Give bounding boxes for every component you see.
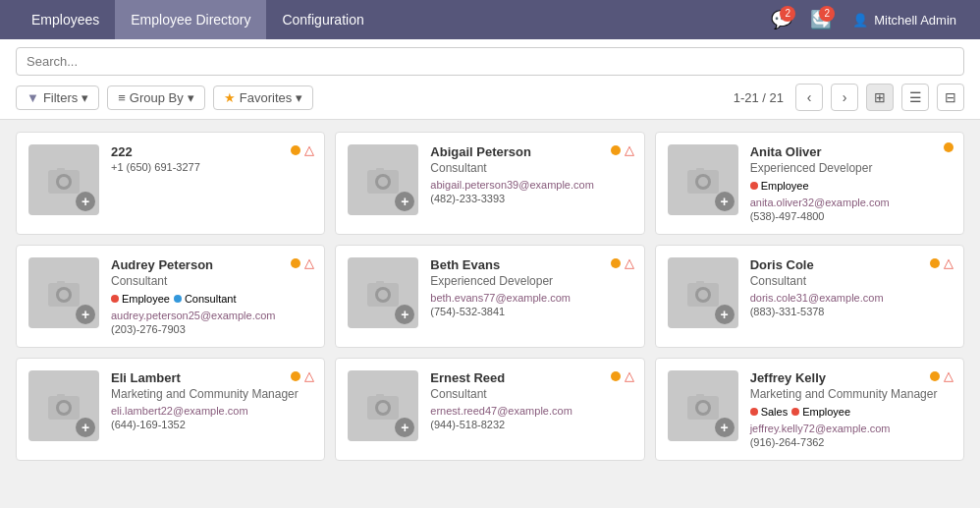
svg-rect-11	[696, 168, 704, 172]
employee-email[interactable]: abigail.peterson39@example.com	[430, 179, 631, 191]
employee-card[interactable]: △ + Beth EvansExperienced Developerbeth.…	[335, 245, 644, 348]
employee-card[interactable]: △ + 222+1 (650) 691-3277	[16, 132, 325, 235]
employee-avatar: +	[668, 370, 738, 441]
camera-icon	[44, 388, 83, 423]
employee-card[interactable]: △ + Abigail PetersonConsultantabigail.pe…	[335, 132, 644, 235]
employee-phone: (754)-532-3841	[430, 306, 631, 317]
camera-icon	[363, 275, 403, 310]
nav-right: 💬 2 🔄 2 👤 Mitchell Admin	[766, 4, 964, 35]
svg-point-30	[378, 403, 388, 413]
activity-badge-button[interactable]: 🔄 2	[805, 4, 837, 35]
card-body: Doris ColeConsultantdoris.cole31@example…	[750, 257, 952, 335]
nav-employee-directory[interactable]: Employee Directory	[115, 0, 266, 39]
avatar-add-button[interactable]: +	[76, 418, 95, 437]
chat-badge-button[interactable]: 💬 2	[766, 4, 797, 35]
camera-icon	[683, 275, 723, 310]
avatar-add-button[interactable]: +	[76, 305, 95, 324]
avatar-add-button[interactable]: +	[76, 192, 95, 211]
card-status-indicators: △	[930, 255, 953, 270]
filters-label: Filters	[43, 90, 78, 105]
camera-icon	[683, 388, 723, 423]
filters-arrow-icon: ▾	[82, 90, 88, 105]
svg-point-2	[59, 177, 69, 187]
card-status-indicators: △	[291, 142, 314, 157]
user-menu-button[interactable]: 👤 Mitchell Admin	[844, 4, 964, 35]
employee-avatar: +	[668, 257, 738, 328]
employee-card[interactable]: △ + Doris ColeConsultantdoris.cole31@exa…	[655, 245, 964, 348]
status-dot-orange	[611, 258, 621, 268]
view-list-button[interactable]: ☰	[901, 84, 929, 111]
avatar-add-button[interactable]: +	[395, 192, 414, 211]
employee-phone: (916)-264-7362	[750, 436, 952, 448]
employee-card[interactable]: △ + Jeffrey KellyMarketing and Community…	[655, 358, 964, 461]
avatar-add-button[interactable]: +	[395, 418, 414, 437]
favorites-label: Favorites	[240, 90, 292, 105]
employee-title: Marketing and Community Manager	[111, 387, 312, 401]
avatar-add-button[interactable]: +	[715, 192, 735, 211]
employee-phone: (883)-331-5378	[750, 306, 952, 317]
search-input[interactable]	[16, 47, 964, 76]
status-dot-orange	[291, 145, 300, 155]
svg-point-6	[378, 177, 388, 187]
employee-email[interactable]: ernest.reed47@example.com	[430, 405, 631, 417]
svg-point-22	[698, 290, 708, 300]
employee-name: Doris Cole	[750, 257, 952, 272]
svg-point-26	[59, 403, 69, 413]
avatar-add-button[interactable]: +	[715, 305, 735, 324]
employee-phone: (482)-233-3393	[430, 193, 631, 204]
employee-tags: EmployeeConsultant	[111, 292, 312, 306]
pagination-next-button[interactable]: ›	[831, 84, 858, 111]
employee-card[interactable]: △ + Ernest ReedConsultanternest.reed47@e…	[335, 358, 644, 461]
svg-rect-27	[57, 394, 65, 398]
employee-card[interactable]: + Anita OliverExperienced DeveloperEmplo…	[655, 132, 964, 235]
employee-avatar: +	[28, 257, 99, 328]
employee-email[interactable]: beth.evans77@example.com	[430, 292, 631, 304]
nav-employees[interactable]: Employees	[16, 0, 115, 39]
groupby-button[interactable]: ≡ Group By ▾	[107, 85, 205, 110]
tag-dot	[111, 295, 119, 303]
employee-phone: (203)-276-7903	[111, 323, 312, 335]
view-extra-button[interactable]: ⊟	[937, 84, 964, 111]
employee-email[interactable]: audrey.peterson25@example.com	[111, 310, 312, 321]
employee-card[interactable]: △ + Eli LambertMarketing and Community M…	[16, 358, 325, 461]
employee-avatar: +	[28, 370, 99, 441]
favorites-button[interactable]: ★ Favorites ▾	[213, 85, 313, 110]
employee-email[interactable]: eli.lambert22@example.com	[111, 405, 312, 417]
employee-email[interactable]: anita.oliver32@example.com	[750, 197, 952, 208]
top-navigation: Employees Employee Directory Configurati…	[0, 0, 980, 39]
tag-label: Employee	[761, 180, 809, 192]
nav-links: Employees Employee Directory Configurati…	[16, 0, 380, 39]
employee-email[interactable]: jeffrey.kelly72@example.com	[750, 423, 952, 434]
filters-button[interactable]: ▼ Filters ▾	[16, 85, 99, 110]
card-status-indicators: △	[930, 368, 953, 383]
employee-name: Jeffrey Kelly	[750, 370, 952, 385]
card-body: Abigail PetersonConsultantabigail.peters…	[430, 144, 631, 222]
employee-email[interactable]: doris.cole31@example.com	[750, 292, 952, 304]
employee-title: Consultant	[111, 274, 312, 288]
tag-label: Sales	[761, 406, 789, 418]
pagination-prev-button[interactable]: ‹	[795, 84, 823, 111]
svg-rect-31	[376, 394, 384, 398]
avatar-add-button[interactable]: +	[395, 305, 414, 324]
card-status-indicators: △	[611, 368, 634, 383]
view-grid-button[interactable]: ⊞	[866, 84, 894, 111]
employee-title: Consultant	[430, 387, 631, 401]
employee-card[interactable]: △ + Audrey PetersonConsultantEmployeeCon…	[16, 245, 325, 348]
status-dot-orange	[930, 371, 940, 381]
status-dot-orange	[930, 258, 940, 268]
card-body: 222+1 (650) 691-3277	[111, 144, 312, 222]
svg-point-10	[698, 177, 708, 187]
employee-avatar: +	[348, 144, 418, 215]
tag-label: Employee	[122, 293, 170, 305]
nav-configuration[interactable]: Configuration	[266, 0, 379, 39]
status-dot-orange	[944, 142, 953, 152]
card-status-indicators: △	[291, 255, 314, 270]
card-body: Audrey PetersonConsultantEmployeeConsult…	[111, 257, 312, 335]
tag-dot	[174, 295, 182, 303]
warning-icon: △	[944, 255, 953, 270]
svg-point-34	[698, 403, 708, 413]
warning-icon: △	[944, 368, 953, 383]
avatar-add-button[interactable]: +	[715, 418, 735, 437]
camera-icon	[44, 162, 83, 198]
employee-name: Ernest Reed	[430, 370, 631, 385]
